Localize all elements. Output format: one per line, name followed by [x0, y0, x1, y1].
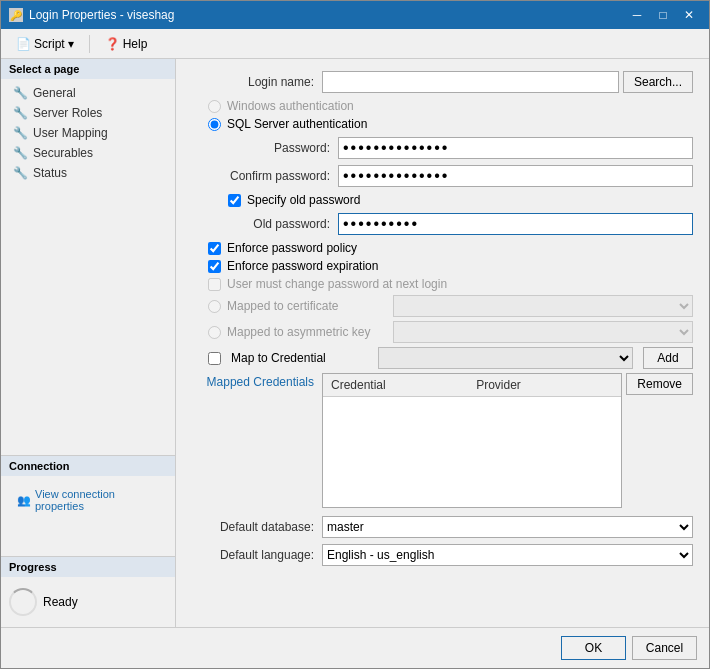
mapped-credentials-text: Mapped Credentials	[207, 375, 314, 389]
mapped-to-cert-row: Mapped to certificate	[192, 295, 693, 317]
specify-old-password-row: Specify old password	[208, 193, 693, 207]
map-to-credential-select[interactable]	[378, 347, 633, 369]
credentials-table: Credential Provider	[322, 373, 622, 508]
login-name-row: Login name: Search...	[192, 71, 693, 93]
help-button[interactable]: ❓ Help	[98, 34, 155, 54]
connection-header: Connection	[1, 456, 175, 476]
main-window: 🔑 Login Properties - viseshag ─ □ ✕ 📄 Sc…	[0, 0, 710, 669]
password-section: Password: Confirm password: Specify old …	[208, 137, 693, 235]
mapped-to-cert-select[interactable]	[393, 295, 693, 317]
default-database-label: Default database:	[192, 520, 322, 534]
maximize-button[interactable]: □	[651, 5, 675, 25]
old-password-row: Old password:	[208, 213, 693, 235]
mapped-to-cert-radio[interactable]	[208, 300, 221, 313]
mapped-credentials-label: Mapped Credentials	[192, 373, 322, 389]
main-panel: Login name: Search... Windows authentica…	[176, 59, 709, 627]
add-credential-button[interactable]: Add	[643, 347, 693, 369]
sidebar-item-securables[interactable]: 🔧 Securables	[1, 143, 175, 163]
default-database-row: Default database: master	[192, 516, 693, 538]
ok-button[interactable]: OK	[561, 636, 626, 660]
sidebar-item-label: Server Roles	[33, 106, 102, 120]
user-mapping-icon: 🔧	[13, 126, 27, 140]
sql-auth-radio[interactable]	[208, 118, 221, 131]
mapped-to-asym-radio[interactable]	[208, 326, 221, 339]
sidebar-item-status[interactable]: 🔧 Status	[1, 163, 175, 183]
map-to-credential-checkbox[interactable]	[208, 352, 221, 365]
sidebar-progress: Progress Ready	[1, 556, 175, 627]
mapped-to-asym-row: Mapped to asymmetric key	[192, 321, 693, 343]
remove-button[interactable]: Remove	[626, 373, 693, 395]
enforce-policy-row: Enforce password policy Enforce password…	[192, 241, 693, 291]
password-label: Password:	[228, 141, 338, 155]
search-button[interactable]: Search...	[623, 71, 693, 93]
mapped-to-cert-label: Mapped to certificate	[227, 299, 387, 313]
help-icon: ❓	[105, 37, 120, 51]
window-title: Login Properties - viseshag	[29, 8, 174, 22]
script-icon: 📄	[16, 37, 31, 51]
old-password-label: Old password:	[228, 217, 338, 231]
default-language-row: Default language: English - us_english	[192, 544, 693, 566]
user-must-change-checkbox-row: User must change password at next login	[208, 277, 693, 291]
securables-icon: 🔧	[13, 146, 27, 160]
credentials-table-container: Credential Provider	[322, 373, 622, 508]
confirm-password-label: Confirm password:	[228, 169, 338, 183]
enforce-policy-checkbox-row: Enforce password policy	[208, 241, 693, 255]
footer: OK Cancel	[1, 627, 709, 668]
mapped-to-asym-select[interactable]	[393, 321, 693, 343]
old-password-input[interactable]	[338, 213, 693, 235]
confirm-password-input[interactable]	[338, 165, 693, 187]
user-must-change-label: User must change password at next login	[227, 277, 447, 291]
sql-auth-row: SQL Server authentication	[204, 117, 693, 131]
windows-auth-radio[interactable]	[208, 100, 221, 113]
default-database-select[interactable]: master	[322, 516, 693, 538]
password-input[interactable]	[338, 137, 693, 159]
enforce-expiration-checkbox[interactable]	[208, 260, 221, 273]
sidebar-item-user-mapping[interactable]: 🔧 User Mapping	[1, 123, 175, 143]
specify-old-password-label: Specify old password	[247, 193, 360, 207]
title-bar: 🔑 Login Properties - viseshag ─ □ ✕	[1, 1, 709, 29]
status-icon: 🔧	[13, 166, 27, 180]
default-language-select[interactable]: English - us_english	[322, 544, 693, 566]
enforce-expiration-label: Enforce password expiration	[227, 259, 378, 273]
sidebar: Select a page 🔧 General 🔧 Server Roles 🔧…	[1, 59, 176, 627]
select-page-header: Select a page	[1, 59, 175, 79]
sidebar-item-label: Status	[33, 166, 67, 180]
progress-spinner	[9, 588, 37, 616]
enforce-policy-checkbox[interactable]	[208, 242, 221, 255]
windows-auth-label: Windows authentication	[227, 99, 354, 113]
specify-old-password-checkbox[interactable]	[228, 194, 241, 207]
sidebar-item-label: General	[33, 86, 76, 100]
connection-body: 👥 View connection properties	[1, 476, 175, 556]
auth-options: Windows authentication SQL Server authen…	[192, 99, 693, 131]
progress-body: Ready	[1, 577, 175, 627]
script-dropdown-icon: ▾	[68, 37, 74, 51]
remove-btn-container: Remove	[626, 373, 693, 399]
cancel-button[interactable]: Cancel	[632, 636, 697, 660]
mapped-to-asym-label: Mapped to asymmetric key	[227, 325, 387, 339]
login-name-input[interactable]	[322, 71, 619, 93]
close-button[interactable]: ✕	[677, 5, 701, 25]
sidebar-connection: Connection 👥 View connection properties	[1, 455, 175, 556]
view-connection-label: View connection properties	[35, 488, 159, 512]
progress-header: Progress	[1, 557, 175, 577]
minimize-button[interactable]: ─	[625, 5, 649, 25]
script-label: Script	[34, 37, 65, 51]
enforce-policy-label: Enforce password policy	[227, 241, 357, 255]
connection-link-icon: 👥	[17, 494, 31, 507]
toolbar-separator	[89, 35, 90, 53]
map-to-credential-label: Map to Credential	[227, 351, 372, 365]
progress-status: Ready	[43, 595, 78, 609]
user-must-change-checkbox[interactable]	[208, 278, 221, 291]
title-bar-left: 🔑 Login Properties - viseshag	[9, 8, 174, 22]
toolbar: 📄 Script ▾ ❓ Help	[1, 29, 709, 59]
default-language-label: Default language:	[192, 548, 322, 562]
sidebar-item-server-roles[interactable]: 🔧 Server Roles	[1, 103, 175, 123]
script-button[interactable]: 📄 Script ▾	[9, 34, 81, 54]
login-name-label: Login name:	[192, 75, 322, 89]
view-connection-link[interactable]: 👥 View connection properties	[9, 484, 167, 516]
content-area: Select a page 🔧 General 🔧 Server Roles 🔧…	[1, 59, 709, 627]
sidebar-item-label: User Mapping	[33, 126, 108, 140]
sidebar-item-general[interactable]: 🔧 General	[1, 83, 175, 103]
sql-auth-label: SQL Server authentication	[227, 117, 367, 131]
window-icon: 🔑	[9, 8, 23, 22]
